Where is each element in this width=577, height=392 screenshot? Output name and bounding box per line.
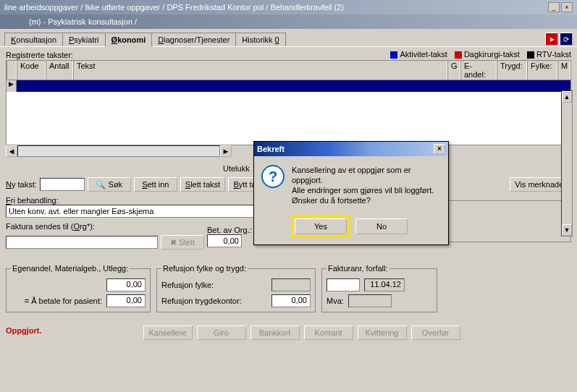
betorg-input[interactable] [207, 234, 242, 247]
tabs-row: Konsultasjon Psykiatri Økonomi Diagnoser… [0, 29, 577, 47]
refusjon-trygd-label: Refusjon trygdekontor: [161, 297, 242, 305]
dialog-yes-button[interactable]: Yes [295, 218, 347, 234]
document-title: (m) - Psykiatrisk konsultasjon / [29, 17, 137, 26]
dialog-close-button[interactable]: × [434, 144, 445, 154]
giro-button[interactable]: Giro [197, 325, 246, 340]
legend-dagkirurgi-label: Dagkirurgi-takst [464, 50, 520, 59]
legend-dagkirurgi-icon [455, 51, 462, 59]
tab-diagnoser[interactable]: Diagnoser/Tjenester [151, 33, 236, 46]
minimize-button[interactable]: _ [548, 2, 560, 12]
tab-konsultasjon[interactable]: Konsultasjon [4, 33, 63, 46]
fakturanr-fieldset: Fakturanr, forfall: 11.04.12 Mva: [321, 264, 437, 312]
dialog-title-bar[interactable]: Bekreft × [254, 142, 448, 156]
dialog-title: Bekreft [257, 145, 285, 153]
egenandel-fieldset: Egenandel, Materialgeb., Utlegg: 0,00 = … [6, 264, 151, 312]
sletttakst-button[interactable]: Slett takst [180, 177, 225, 192]
close-button[interactable]: × [561, 2, 573, 12]
app-title-bar: line arbeidsoppgaver / Ikke utførte oppg… [0, 0, 577, 14]
utelukk-checkbox[interactable]: Utelukk [223, 164, 250, 173]
takster-grid-header: Kode Antall Tekst G E-andel: Trygd: Fylk… [6, 60, 571, 80]
hscroll-left-icon[interactable]: ◄ [6, 145, 17, 157]
col-antall[interactable]: Antall [46, 61, 73, 80]
selected-row[interactable] [7, 80, 570, 92]
dialog-no-button[interactable]: No [355, 218, 408, 234]
slett-org-button[interactable]: ✖ Slett [161, 235, 204, 250]
legend-rtv-label: RTV-takst [536, 50, 571, 59]
col-eandel[interactable]: E-andel: [460, 61, 497, 80]
col-trygd[interactable]: Trygd: [497, 61, 527, 80]
takster-legend: Registrerte takster: [6, 51, 73, 59]
tab-okonomi[interactable]: Økonomi [105, 33, 153, 47]
document-title-bar: (m) - Psykiatrisk konsultasjon / [0, 14, 577, 29]
egenandel-legend: Egenandel, Materialgeb., Utlegg: [11, 264, 130, 273]
col-g[interactable]: G [447, 61, 460, 80]
dialog-line2: Alle endringer som gjøres vil bli loggfø… [292, 185, 441, 195]
vscroll-down-icon[interactable]: ▼ [562, 224, 572, 236]
takster-grid-body[interactable]: ▶ [6, 80, 571, 145]
question-icon: ? [261, 165, 285, 188]
dialog-text: Kansellering av et oppgjør som er oppgjo… [292, 165, 441, 205]
tab-historikk[interactable]: Historikk 0 [235, 33, 285, 46]
refusjon-fieldset: Refusjon fylke og trygd: Refusjon fylke:… [156, 264, 316, 312]
dialog-line1: Kansellering av et oppgjør som er oppgjo… [292, 165, 441, 185]
col-kode[interactable]: Kode [17, 61, 46, 80]
vscroll-up-icon[interactable]: ▲ [562, 91, 572, 103]
fakturanr-legend: Fakturanr, forfall: [327, 264, 389, 273]
kvittering-button[interactable]: Kvittering [358, 325, 407, 340]
swoosh-icon[interactable]: ➤ [545, 33, 558, 46]
col-tekst[interactable]: Tekst [73, 61, 447, 80]
fakturadato-val: 11.04.12 [364, 278, 405, 291]
row-marker-icon: ▶ [7, 80, 17, 92]
fakturasendes-input[interactable] [6, 236, 158, 249]
status-oppgjort: Oppgjort. [6, 326, 42, 335]
kontant-button[interactable]: Kontant [304, 325, 353, 340]
hscroll-right-icon[interactable]: ► [220, 145, 232, 157]
aabetale-val[interactable]: 0,00 [106, 294, 146, 307]
kansellere-button[interactable]: Kansellere [143, 325, 193, 340]
fakturanr-val[interactable] [327, 278, 360, 291]
aabetale-label: = Å betale for pasient: [25, 297, 102, 305]
tab-psykiatri[interactable]: Psykiatri [62, 33, 106, 46]
nytakst-input[interactable] [40, 178, 85, 191]
mva-label: Mva: [327, 297, 344, 305]
refusjon-fylke-val [271, 278, 311, 291]
vscroll[interactable]: ▲ ▼ [561, 90, 573, 237]
fribeh-input[interactable] [6, 205, 266, 218]
legend-aktivitet-label: Aktivitet-takst [400, 50, 447, 59]
refusjon-trygd-val: 0,00 [271, 294, 311, 307]
col-fylke[interactable]: Fylke: [527, 61, 557, 80]
dialog-line3: Ønsker du å fortsette? [292, 195, 441, 205]
col-rowhandle [7, 61, 17, 80]
refusjon-legend: Refusjon fylke og trygd: [161, 264, 248, 273]
egenandel-val[interactable]: 0,00 [106, 278, 146, 291]
window-controls: _ × [548, 2, 573, 12]
settinn-button[interactable]: Sett inn [134, 177, 177, 192]
bottom-buttons: Kansellere Giro Bankkort Kontant Kvitter… [42, 325, 460, 340]
breadcrumb: line arbeidsoppgaver / Ikke utførte oppg… [4, 3, 344, 12]
legend-row: Aktivitet-takst Dagkirurgi-takst RTV-tak… [390, 50, 571, 59]
legend-rtv-icon [527, 51, 534, 59]
hscroll-track[interactable] [17, 145, 220, 157]
refresh-icon[interactable]: ⟳ [560, 33, 573, 46]
bankkort-button[interactable]: Bankkort [250, 325, 300, 340]
nytakst-label: Ny takst: [6, 180, 37, 189]
sok-button[interactable]: 🔍 Søk [88, 177, 131, 192]
betorg-label: Bet. av Org.: [207, 226, 252, 234]
utelukk-label: Utelukk [223, 164, 250, 173]
fribeh-label: Fri behandling: [6, 196, 281, 205]
legend-aktivitet-icon [390, 51, 397, 59]
mva-val [348, 294, 392, 307]
tabs-icons: ➤ ⟳ [545, 33, 573, 46]
col-m[interactable]: M [557, 61, 570, 80]
confirm-dialog: Bekreft × ? Kansellering av et oppgjør s… [253, 141, 449, 245]
overfor-button[interactable]: Overfør [411, 325, 460, 340]
refusjon-fylke-label: Refusjon fylke: [161, 281, 214, 289]
